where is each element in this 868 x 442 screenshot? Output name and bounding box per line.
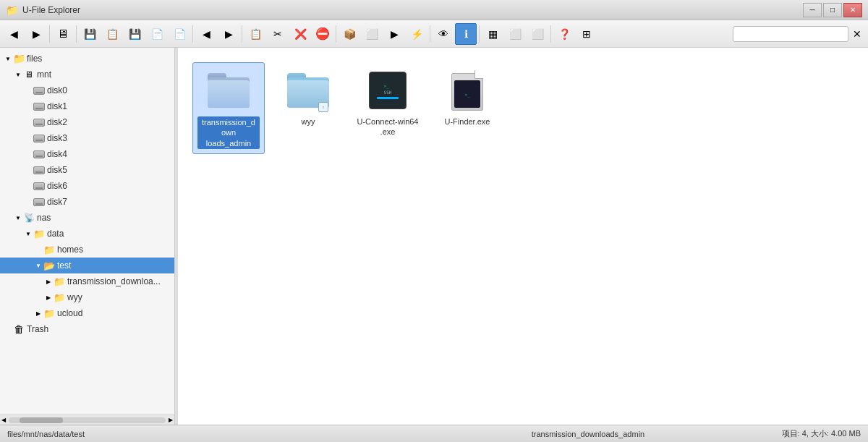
folder-icon-wrapper-transmission <box>205 67 252 114</box>
sidebar-scrollbar[interactable]: ◀ ▶ <box>0 415 174 425</box>
u-finder-doc-icon: >_ <box>448 70 486 111</box>
folder-icon-wrapper-wyy: ↑ <box>285 67 331 114</box>
sidebar-item-wyy[interactable]: ▶ 📁 wyy <box>0 289 174 305</box>
disk5-icon <box>33 164 45 176</box>
expander-disk0[interactable] <box>23 85 33 95</box>
sidebar-item-disk7[interactable]: disk7 <box>0 194 174 210</box>
disk6-icon <box>33 180 45 192</box>
expander-transmission[interactable]: ▶ <box>43 276 54 286</box>
expander-data[interactable]: ▼ <box>23 229 33 239</box>
computer-button[interactable]: 🖥 <box>52 23 74 45</box>
sidebar-item-data[interactable]: ▼ 📁 data <box>0 226 174 242</box>
select-button[interactable]: ⬜ <box>361 23 383 45</box>
paste-button[interactable]: 📋 <box>101 23 123 45</box>
toolbar-separator-7 <box>479 25 480 43</box>
minimize-button[interactable]: ─ <box>803 3 822 17</box>
file-item-transmission-downloads-admin[interactable]: transmission_downloads_admin <box>192 62 265 154</box>
expander-disk6[interactable] <box>23 181 33 191</box>
status-info: 项目: 4, 大小: 4.00 MB <box>782 428 861 439</box>
sidebar-item-ucloud[interactable]: ▶ 📁 ucloud <box>0 305 174 321</box>
mnt-icon: 🖥 <box>23 69 35 80</box>
settings-button[interactable]: ⛔ <box>312 23 333 45</box>
files-label: files <box>27 54 42 64</box>
sidebar-item-disk0[interactable]: disk0 <box>0 82 174 98</box>
forward-button[interactable]: ▶ <box>25 23 47 45</box>
expander-files[interactable]: ▼ <box>3 54 13 64</box>
info-button[interactable]: ℹ <box>455 23 477 45</box>
sidebar-item-disk2[interactable]: disk2 <box>0 114 174 130</box>
view-button[interactable]: 👁 <box>433 23 454 45</box>
title-bar: 📁 U-File Explorer ─ □ ✕ <box>0 0 868 20</box>
pack-button[interactable]: 📦 <box>339 23 360 45</box>
search-close-button[interactable]: ✕ <box>849 26 865 42</box>
expander-wyy[interactable]: ▶ <box>43 292 54 302</box>
sidebar-item-disk5[interactable]: disk5 <box>0 162 174 178</box>
grid-button[interactable]: ▦ <box>482 23 503 45</box>
redo-button[interactable]: ▶ <box>218 23 239 45</box>
expander-disk5[interactable] <box>23 165 33 175</box>
expander-disk4[interactable] <box>23 149 33 159</box>
sidebar-item-disk4[interactable]: disk4 <box>0 146 174 162</box>
help-button[interactable]: ❓ <box>553 23 575 45</box>
doc2-button[interactable]: 📄 <box>169 23 190 45</box>
panel-button[interactable]: ⬜ <box>504 23 526 45</box>
expander-disk7[interactable] <box>23 197 33 207</box>
panel2-button[interactable]: ⬜ <box>527 23 548 45</box>
sidebar-item-mnt[interactable]: ▼ 🖥 mnt <box>0 67 174 82</box>
ucloud-label: ucloud <box>57 308 82 318</box>
run-button[interactable]: ▶ <box>383 23 405 45</box>
doc-terminal: >_ <box>454 80 480 108</box>
expander-disk3[interactable] <box>23 133 33 143</box>
sidebar-item-disk6[interactable]: disk6 <box>0 178 174 194</box>
transmission-label: transmission_downloa... <box>67 276 161 286</box>
file-item-u-connect[interactable]: >_ SSH U-Connect-win64.exe <box>352 62 424 154</box>
close-button[interactable]: ✕ <box>843 3 862 17</box>
wyy-icon: 📁 <box>54 292 65 303</box>
sidebar-item-transmission[interactable]: ▶ 📁 transmission_downloa... <box>0 273 174 289</box>
sidebar-item-trash[interactable]: 🗑 Trash <box>0 321 174 337</box>
doc-button[interactable]: 📄 <box>146 23 168 45</box>
terminal-content: >_ SSH <box>384 82 392 95</box>
status-selection: transmission_downloads_admin <box>394 430 781 438</box>
file-item-u-finder[interactable]: >_ U-Finder.exe <box>431 62 503 154</box>
expander-disk1[interactable] <box>23 101 33 111</box>
expander-mnt[interactable]: ▼ <box>13 69 23 80</box>
scroll-thumb[interactable] <box>20 417 63 423</box>
maximize-button[interactable]: □ <box>823 3 842 17</box>
files-icon: 📁 <box>13 53 25 64</box>
file-area: transmission_downloads_admin ↑ wyy >_ <box>178 48 868 425</box>
expander-ucloud[interactable]: ▶ <box>33 308 43 318</box>
sidebar-item-files[interactable]: ▼ 📁 files <box>0 51 174 67</box>
back-button[interactable]: ◀ <box>3 23 25 45</box>
save-button[interactable]: 💾 <box>79 23 101 45</box>
search-input[interactable] <box>733 26 848 42</box>
expander-test[interactable]: ▼ <box>33 260 43 271</box>
sidebar-item-nas[interactable]: ▼ 📡 nas <box>0 210 174 226</box>
scroll-left-arrow[interactable]: ◀ <box>0 417 7 423</box>
expander-homes[interactable] <box>33 245 43 255</box>
app-title: U-File Explorer <box>22 5 803 15</box>
expander-disk2[interactable] <box>23 117 33 127</box>
windows-button[interactable]: ⊞ <box>576 23 597 45</box>
quick-button[interactable]: ⚡ <box>406 23 427 45</box>
sidebar-item-homes[interactable]: 📁 homes <box>0 242 174 258</box>
homes-icon: 📁 <box>43 244 55 255</box>
scroll-right-arrow[interactable]: ▶ <box>167 417 174 423</box>
delete-button[interactable]: ❌ <box>289 23 311 45</box>
sidebar-item-disk1[interactable]: disk1 <box>0 98 174 114</box>
transmission-icon: 📁 <box>54 276 65 287</box>
cut-button[interactable]: ✂ <box>267 23 289 45</box>
sidebar-item-test[interactable]: ▼ 📂 test <box>0 258 174 273</box>
main-layout: ▼ 📁 files ▼ 🖥 mnt disk0 <box>0 48 868 425</box>
expander-nas[interactable]: ▼ <box>13 213 23 223</box>
expander-trash[interactable] <box>3 324 13 334</box>
test-label: test <box>57 260 71 271</box>
copy-button[interactable]: 📋 <box>244 23 266 45</box>
sidebar-item-disk3[interactable]: disk3 <box>0 130 174 146</box>
file-item-wyy[interactable]: ↑ wyy <box>272 62 344 154</box>
save2-button[interactable]: 💾 <box>124 23 145 45</box>
status-bar: files/mnt/nas/data/test transmission_dow… <box>0 425 868 442</box>
exe-icon-wrapper-u-finder: >_ <box>444 67 490 114</box>
test-icon: 📂 <box>43 260 55 271</box>
undo-button[interactable]: ◀ <box>195 23 217 45</box>
